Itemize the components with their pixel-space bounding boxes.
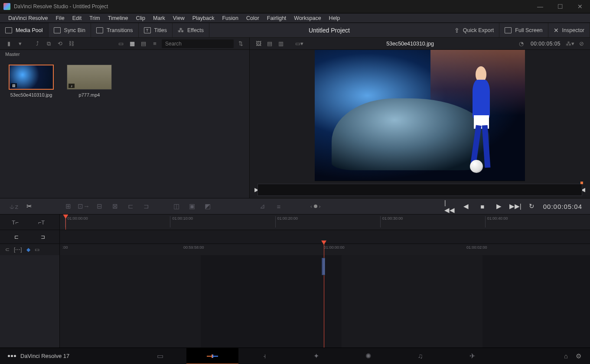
bin-dropdown-icon[interactable]: ▾ [16,40,24,48]
loop-button[interactable]: ↻ [528,202,536,210]
quick-export-button[interactable]: ⇪ Quick Export [449,23,500,37]
marker-icon[interactable]: ◆ [26,247,30,253]
sync-clips-icon[interactable]: ⟲ [55,40,64,48]
menu-playback[interactable]: Playback [189,15,218,21]
add-transition-end-icon[interactable]: ⊐ [41,234,45,240]
search-input[interactable] [162,39,234,48]
metadata-view-icon[interactable]: ▤ [139,40,148,48]
cut-transition-icon[interactable]: ◩ [203,202,212,210]
timeline-clip[interactable] [322,258,325,275]
ruler-tick: :00 [62,245,68,250]
prev-mode-icon[interactable]: ‹ [310,204,312,209]
home-button[interactable]: ⌂ [564,352,568,360]
trim-start-icon[interactable]: T⌐ [12,219,21,225]
window-maximize-button[interactable]: ☐ [550,0,570,13]
menu-clip[interactable]: Clip [132,15,150,21]
place-on-top-icon[interactable]: ⊏ [126,202,135,210]
ripple-overwrite-icon[interactable]: ⊟ [95,202,104,210]
viewer-canvas[interactable] [315,50,525,181]
full-screen-button[interactable]: Full Screen [499,23,548,37]
cut-tool-icon[interactable]: ✂ [24,202,34,210]
effects-button[interactable]: ⁂ Effects [173,23,209,37]
options-icon[interactable]: ≡ [274,202,284,210]
sync-bin-label: Sync Bin [64,27,85,33]
thumbnail-view-icon[interactable]: ▦ [128,40,137,48]
strip-view-icon[interactable]: ▭ [117,40,125,48]
cut-page-button[interactable] [186,348,238,364]
viewer-list-mode-icon[interactable]: ▤ [265,40,274,48]
source-timecode[interactable]: 00:00:05:05 [528,41,563,47]
media-page-button[interactable]: ▭ [134,348,186,364]
stop-button[interactable]: ■ [478,202,487,210]
track-content-area[interactable] [60,255,590,358]
bypass-icon[interactable]: ⊘ [577,40,586,48]
dissolve-icon[interactable]: ◫ [172,202,181,210]
menu-view[interactable]: View [169,15,189,21]
viewer-image-mode-icon[interactable]: 🖼 [254,40,263,48]
list-view-icon[interactable]: ≡ [150,40,159,48]
window-close-button[interactable]: ✕ [570,0,590,13]
menu-workspace[interactable]: Workspace [290,15,325,21]
edit-page-button[interactable]: ⫞ [238,348,290,364]
source-overwrite-icon[interactable]: ⊐ [141,202,151,210]
add-transition-start-icon[interactable]: ⊏ [14,234,19,240]
viewer-options-icon[interactable]: ⁂▾ [566,40,574,48]
track-header-area[interactable] [0,255,60,358]
bin-name[interactable]: Master [0,50,249,58]
menu-file[interactable]: File [52,15,68,21]
bin-list-toggle-icon[interactable]: ▮ [4,40,13,48]
menu-fairlight[interactable]: Fairlight [263,15,290,21]
media-pool-icon [5,27,12,33]
out-point-marker[interactable] [580,182,583,184]
play-button[interactable]: ▶ [495,202,503,210]
go-last-button[interactable]: ▶▶| [511,202,520,210]
lower-ruler[interactable]: :0000:59:58:0001:00:00:0001:00:02:00 [60,244,590,255]
color-page-button[interactable]: ✺ [342,348,394,364]
upper-ruler[interactable]: 01:00:00:0001:00:10:0001:00:20:0001:00:3… [60,214,590,230]
audio-trim-icon[interactable]: [⋯] [14,247,22,253]
viewer-mode-nav[interactable]: ‹› [310,204,320,209]
project-settings-button[interactable]: ⚙ [576,352,581,360]
sort-icon[interactable]: ⇅ [236,40,245,48]
menu-color[interactable]: Color [242,15,263,21]
titles-button[interactable]: T Titles [139,23,173,37]
viewer-strip-mode-icon[interactable]: ▥ [277,40,285,48]
transitions-button[interactable]: Transitions [91,23,139,37]
import-folder-icon[interactable]: ⧉ [44,40,53,48]
sync-bin-button[interactable]: Sync Bin [49,23,91,37]
inspector-button[interactable]: ✕ Inspector [548,23,590,37]
menu-mark[interactable]: Mark [149,15,169,21]
clip-thumbnail[interactable]: ♪ p777.mp4 [67,65,112,98]
fusion-page-button[interactable]: ✦ [290,348,342,364]
append-icon[interactable]: ⊡→ [79,202,88,210]
viewer-size-dropdown[interactable]: ▭▾ [295,40,303,48]
fairlight-page-button[interactable]: ♫ [394,348,447,364]
window-minimize-button[interactable]: — [530,0,550,13]
menu-edit[interactable]: Edit [68,15,86,21]
boring-detector-icon[interactable]: ⫝z [9,202,18,210]
menu-fusion[interactable]: Fusion [218,15,242,21]
snap-icon[interactable]: ⊂ [5,247,10,253]
deliver-page-button[interactable]: ✈ [447,348,499,364]
link-icon[interactable]: ⛓ [67,40,75,48]
menu-davinci-resolve[interactable]: DaVinci Resolve [4,15,52,21]
clip-thumbnail[interactable]: ▧ 53ec50e410310.jpg [9,65,54,98]
timeline-timecode[interactable]: 00:00:05:04 [543,203,582,210]
close-up-icon[interactable]: ⊠ [110,202,120,210]
media-pool-button[interactable]: Media Pool [0,23,49,37]
app-version-label: DaVinci Resolve 17 [20,353,69,359]
smart-insert-icon[interactable]: ⊞ [63,202,73,210]
import-media-icon[interactable]: ⤴ [33,40,42,48]
menu-help[interactable]: Help [325,15,344,21]
tools-dropdown-icon[interactable]: ⊿ [258,202,267,210]
menu-timeline[interactable]: Timeline [104,15,132,21]
smooth-cut-icon[interactable]: ▣ [187,202,197,210]
next-mode-icon[interactable]: › [319,204,321,209]
scrub-track[interactable] [258,184,582,196]
go-first-button[interactable]: |◀◀ [445,202,454,210]
flag-icon[interactable]: ▭ [35,247,39,253]
viewer-speed-icon[interactable]: ◔ [517,40,525,48]
play-reverse-button[interactable]: ◀ [462,202,470,210]
trim-end-icon[interactable]: ⌐T [38,219,48,225]
menu-trim[interactable]: Trim [85,15,104,21]
